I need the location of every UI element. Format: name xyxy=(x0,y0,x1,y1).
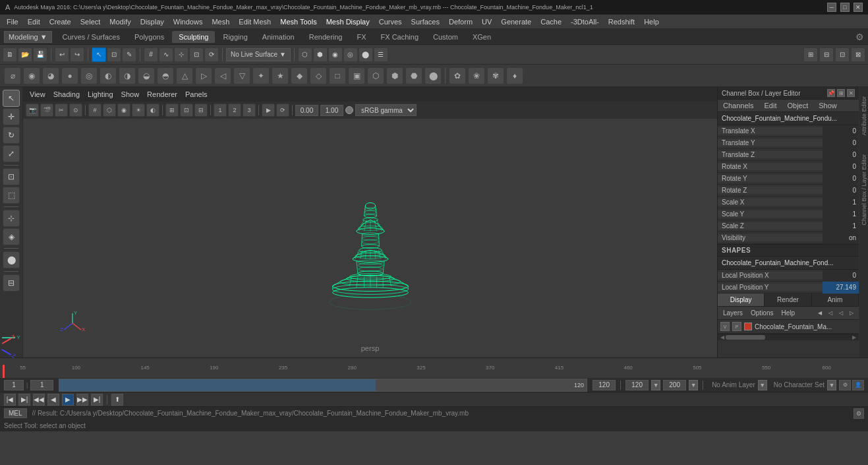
menu-mesh[interactable]: Mesh xyxy=(208,16,233,27)
display-mode-btn-2[interactable]: ⊟ xyxy=(819,47,834,62)
tab-curves-surfaces[interactable]: Curves / Surfaces xyxy=(56,31,127,43)
jump-start-btn[interactable]: |◀ xyxy=(4,394,16,406)
sculpt-scrape-btn[interactable]: ◇ xyxy=(310,67,327,84)
layer-playback-btn[interactable]: P xyxy=(732,322,741,331)
layers-menu[interactable]: Layers xyxy=(720,308,745,318)
no-live-surface-dropdown[interactable]: No Live Surface ▼ xyxy=(226,48,291,61)
rotate-tool[interactable]: ↻ xyxy=(3,127,20,144)
sculpt-freeze-btn[interactable]: ⬤ xyxy=(424,67,442,84)
vp-smooth-btn[interactable]: ◉ xyxy=(117,104,130,117)
menu-curves[interactable]: Curves xyxy=(375,16,406,27)
sculpt-push-btn[interactable]: ● xyxy=(61,67,78,84)
sculpt-flower2-btn[interactable]: ❀ xyxy=(468,67,485,84)
gamma-input[interactable] xyxy=(295,105,318,116)
sculpt-spray-btn[interactable]: ▽ xyxy=(233,67,250,84)
panels-menu[interactable]: Panels xyxy=(183,90,210,99)
mel-label[interactable]: MEL xyxy=(4,408,27,418)
rotate-z-val[interactable] xyxy=(823,185,859,197)
cb-close-btn[interactable]: ✕ xyxy=(847,89,855,97)
menu-help[interactable]: Help xyxy=(640,16,663,27)
layer-right-icon[interactable]: ▷ xyxy=(847,309,856,318)
speed-dropdown[interactable]: ▼ xyxy=(689,380,698,390)
sculpt-flatten-btn[interactable]: ◎ xyxy=(80,67,98,84)
gamma-select[interactable]: sRGB gamma xyxy=(355,104,417,116)
select-tool[interactable]: ↖ xyxy=(3,90,20,107)
anim-layer-dropdown[interactable]: ▼ xyxy=(758,380,767,390)
menu-display[interactable]: Display xyxy=(136,16,168,27)
help-menu[interactable]: Help xyxy=(778,308,797,318)
snap-point-button[interactable]: ⊹ xyxy=(174,47,188,62)
anim-tab[interactable]: Anim xyxy=(812,294,859,306)
redo-button[interactable]: ↪ xyxy=(70,47,84,62)
step-back-btn[interactable]: ◀◀ xyxy=(33,394,45,406)
vp-light-btn[interactable]: ☀ xyxy=(132,104,145,117)
menu-redshift[interactable]: Redshift xyxy=(604,16,639,27)
layer-color-swatch[interactable] xyxy=(744,323,752,330)
lasso-tool[interactable]: ⊡ xyxy=(3,168,20,185)
vp-res-med-btn[interactable]: 2 xyxy=(228,104,241,117)
vp-grid-btn[interactable]: # xyxy=(88,104,101,117)
maximize-button[interactable]: □ xyxy=(840,3,850,12)
range-end-input[interactable] xyxy=(593,380,616,390)
snap-curve-button[interactable]: ∿ xyxy=(159,47,173,62)
scale-z-val[interactable] xyxy=(823,220,859,232)
menu-edit[interactable]: Edit xyxy=(24,16,44,27)
range-start-input[interactable] xyxy=(30,380,53,390)
sculpt-diamond-btn[interactable]: ♦ xyxy=(506,67,523,84)
menu-windows[interactable]: Windows xyxy=(169,16,207,27)
display-tab[interactable]: Display xyxy=(718,294,765,306)
tab-xgen[interactable]: XGen xyxy=(466,31,498,43)
sculpt-wax-btn[interactable]: ◆ xyxy=(291,67,308,84)
exposure-input[interactable] xyxy=(320,105,343,116)
tab-fx[interactable]: FX xyxy=(350,31,372,43)
menu-mesh-tools[interactable]: Mesh Tools xyxy=(276,16,320,27)
menu-deform[interactable]: Deform xyxy=(445,16,477,27)
anim-end-input[interactable] xyxy=(625,380,649,390)
sculpt-smooth-btn[interactable]: ◉ xyxy=(23,67,40,84)
vp-camera-btn[interactable]: 📷 xyxy=(26,104,39,117)
menu-3dtoall[interactable]: -3DtoAll- xyxy=(567,16,603,27)
shading-menu[interactable]: Shading xyxy=(51,90,82,99)
layer-remove-icon[interactable]: ◁ xyxy=(836,309,846,318)
rotate-y-val[interactable] xyxy=(823,173,859,185)
vp-res-high-btn[interactable]: 3 xyxy=(243,104,256,117)
render-tab[interactable]: Render xyxy=(765,294,811,306)
sculpt-smear-btn[interactable]: ⬡ xyxy=(367,67,384,84)
menu-select[interactable]: Select xyxy=(76,16,105,27)
sculpt-grab-btn[interactable]: ◕ xyxy=(42,67,59,84)
menu-cache[interactable]: Cache xyxy=(536,16,565,27)
local-pos-x-val[interactable] xyxy=(823,270,859,282)
undo-button[interactable]: ↩ xyxy=(55,47,69,62)
view-menu[interactable]: View xyxy=(27,90,48,99)
playback-speed-input[interactable] xyxy=(663,380,686,390)
vp-film-btn[interactable]: 🎬 xyxy=(40,104,53,117)
vp-clipping-btn[interactable]: ✂ xyxy=(55,104,68,117)
new-scene-button[interactable]: 🗎 xyxy=(3,47,17,62)
menu-create[interactable]: Create xyxy=(45,16,75,27)
sculpt-pinch-btn[interactable]: ◐ xyxy=(100,67,117,84)
play-forward-btn[interactable]: ▶ xyxy=(62,394,74,406)
extra-btn-1[interactable]: ⬡ xyxy=(298,47,312,62)
rotate-x-val[interactable] xyxy=(823,161,859,173)
sculpt-knife-btn[interactable]: ▷ xyxy=(195,67,212,84)
scale-x-val[interactable] xyxy=(823,197,859,208)
save-scene-button[interactable]: 💾 xyxy=(33,47,47,62)
workspace-gear-icon[interactable]: ⚙ xyxy=(855,32,864,42)
extra-btn-2[interactable]: ⬢ xyxy=(313,47,328,62)
grid-tool[interactable]: ⊟ xyxy=(3,274,20,292)
sculpt-foamy-btn[interactable]: ◁ xyxy=(214,67,231,84)
layer-new-icon[interactable]: ◀ xyxy=(815,309,825,318)
local-pos-y-val[interactable] xyxy=(823,282,859,294)
sculpt-imprint-btn[interactable]: ★ xyxy=(272,67,289,84)
scale-y-val[interactable] xyxy=(823,208,859,220)
sculpt-drag-btn[interactable]: △ xyxy=(176,67,193,84)
pb-extra-btn[interactable]: ⬆ xyxy=(111,394,123,406)
options-menu[interactable]: Options xyxy=(748,308,776,318)
sculpt-flower3-btn[interactable]: ✾ xyxy=(487,67,504,84)
vp-isolate-btn[interactable]: ⊙ xyxy=(69,104,82,117)
sculpt-inflate-btn[interactable]: ◑ xyxy=(119,67,136,84)
char-layer-dropdown[interactable]: ▼ xyxy=(827,380,836,390)
bb-settings-btn[interactable]: ⚙ xyxy=(839,380,851,390)
snap-grid-button[interactable]: # xyxy=(144,47,158,62)
vp-uvtile-btn[interactable]: ⊞ xyxy=(165,104,179,117)
